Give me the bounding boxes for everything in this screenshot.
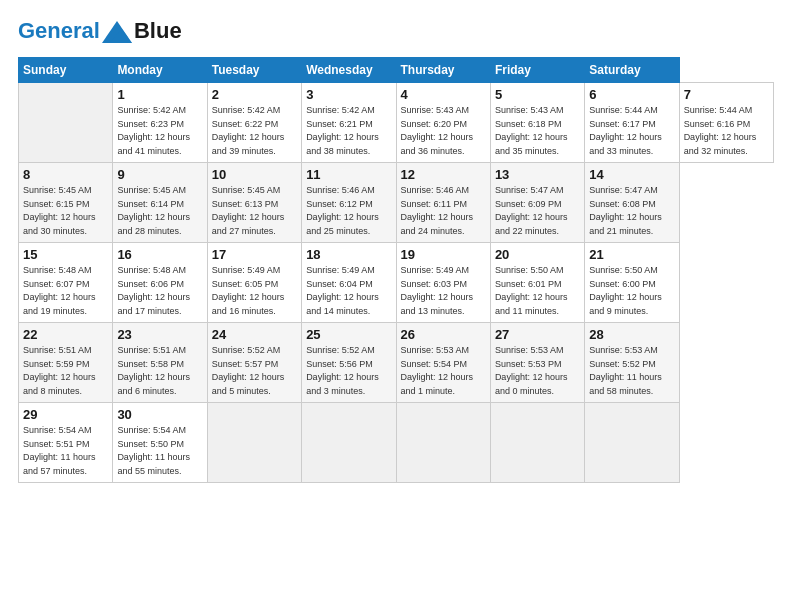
- day-number: 17: [212, 247, 297, 262]
- calendar-cell: 19 Sunrise: 5:49 AMSunset: 6:03 PMDaylig…: [396, 243, 490, 323]
- day-number: 24: [212, 327, 297, 342]
- day-number: 4: [401, 87, 486, 102]
- calendar-cell: 17 Sunrise: 5:49 AMSunset: 6:05 PMDaylig…: [207, 243, 301, 323]
- day-number: 9: [117, 167, 202, 182]
- day-number: 10: [212, 167, 297, 182]
- day-info: Sunrise: 5:45 AMSunset: 6:13 PMDaylight:…: [212, 184, 297, 238]
- calendar-week-5: 29 Sunrise: 5:54 AMSunset: 5:51 PMDaylig…: [19, 403, 774, 483]
- calendar-cell: 8 Sunrise: 5:45 AMSunset: 6:15 PMDayligh…: [19, 163, 113, 243]
- calendar-cell: 22 Sunrise: 5:51 AMSunset: 5:59 PMDaylig…: [19, 323, 113, 403]
- day-info: Sunrise: 5:43 AMSunset: 6:18 PMDaylight:…: [495, 104, 580, 158]
- day-info: Sunrise: 5:48 AMSunset: 6:07 PMDaylight:…: [23, 264, 108, 318]
- day-info: Sunrise: 5:46 AMSunset: 6:11 PMDaylight:…: [401, 184, 486, 238]
- calendar-week-3: 15 Sunrise: 5:48 AMSunset: 6:07 PMDaylig…: [19, 243, 774, 323]
- day-number: 26: [401, 327, 486, 342]
- day-number: 19: [401, 247, 486, 262]
- header-tuesday: Tuesday: [207, 58, 301, 83]
- day-info: Sunrise: 5:52 AMSunset: 5:56 PMDaylight:…: [306, 344, 391, 398]
- day-info: Sunrise: 5:53 AMSunset: 5:53 PMDaylight:…: [495, 344, 580, 398]
- calendar-cell: [396, 403, 490, 483]
- calendar-cell: 18 Sunrise: 5:49 AMSunset: 6:04 PMDaylig…: [302, 243, 396, 323]
- day-number: 21: [589, 247, 674, 262]
- header-sunday: Sunday: [19, 58, 113, 83]
- day-info: Sunrise: 5:51 AMSunset: 5:59 PMDaylight:…: [23, 344, 108, 398]
- day-number: 7: [684, 87, 769, 102]
- day-number: 6: [589, 87, 674, 102]
- logo-general: General: [18, 18, 100, 43]
- calendar-cell: 21 Sunrise: 5:50 AMSunset: 6:00 PMDaylig…: [585, 243, 679, 323]
- header-saturday: Saturday: [585, 58, 679, 83]
- calendar-cell: 15 Sunrise: 5:48 AMSunset: 6:07 PMDaylig…: [19, 243, 113, 323]
- day-info: Sunrise: 5:48 AMSunset: 6:06 PMDaylight:…: [117, 264, 202, 318]
- day-number: 1: [117, 87, 202, 102]
- calendar-cell: 9 Sunrise: 5:45 AMSunset: 6:14 PMDayligh…: [113, 163, 207, 243]
- calendar-cell: 27 Sunrise: 5:53 AMSunset: 5:53 PMDaylig…: [490, 323, 584, 403]
- day-number: 23: [117, 327, 202, 342]
- day-number: 18: [306, 247, 391, 262]
- calendar-week-1: 1 Sunrise: 5:42 AMSunset: 6:23 PMDayligh…: [19, 83, 774, 163]
- calendar-cell: [302, 403, 396, 483]
- calendar-cell: [19, 83, 113, 163]
- calendar-cell: 2 Sunrise: 5:42 AMSunset: 6:22 PMDayligh…: [207, 83, 301, 163]
- calendar-cell: 16 Sunrise: 5:48 AMSunset: 6:06 PMDaylig…: [113, 243, 207, 323]
- day-number: 29: [23, 407, 108, 422]
- calendar-cell: 23 Sunrise: 5:51 AMSunset: 5:58 PMDaylig…: [113, 323, 207, 403]
- day-number: 16: [117, 247, 202, 262]
- calendar-cell: 1 Sunrise: 5:42 AMSunset: 6:23 PMDayligh…: [113, 83, 207, 163]
- day-number: 25: [306, 327, 391, 342]
- calendar-cell: 13 Sunrise: 5:47 AMSunset: 6:09 PMDaylig…: [490, 163, 584, 243]
- calendar-cell: [207, 403, 301, 483]
- calendar-cell: 7 Sunrise: 5:44 AMSunset: 6:16 PMDayligh…: [679, 83, 773, 163]
- calendar-header-row: SundayMondayTuesdayWednesdayThursdayFrid…: [19, 58, 774, 83]
- day-info: Sunrise: 5:54 AMSunset: 5:51 PMDaylight:…: [23, 424, 108, 478]
- day-number: 14: [589, 167, 674, 182]
- calendar-cell: 25 Sunrise: 5:52 AMSunset: 5:56 PMDaylig…: [302, 323, 396, 403]
- calendar-cell: 24 Sunrise: 5:52 AMSunset: 5:57 PMDaylig…: [207, 323, 301, 403]
- day-number: 13: [495, 167, 580, 182]
- calendar-cell: 4 Sunrise: 5:43 AMSunset: 6:20 PMDayligh…: [396, 83, 490, 163]
- day-info: Sunrise: 5:47 AMSunset: 6:08 PMDaylight:…: [589, 184, 674, 238]
- day-info: Sunrise: 5:42 AMSunset: 6:21 PMDaylight:…: [306, 104, 391, 158]
- logo-blue: Blue: [134, 18, 182, 43]
- calendar-cell: 14 Sunrise: 5:47 AMSunset: 6:08 PMDaylig…: [585, 163, 679, 243]
- calendar-cell: 26 Sunrise: 5:53 AMSunset: 5:54 PMDaylig…: [396, 323, 490, 403]
- day-info: Sunrise: 5:49 AMSunset: 6:03 PMDaylight:…: [401, 264, 486, 318]
- day-number: 28: [589, 327, 674, 342]
- day-info: Sunrise: 5:51 AMSunset: 5:58 PMDaylight:…: [117, 344, 202, 398]
- header-monday: Monday: [113, 58, 207, 83]
- day-number: 2: [212, 87, 297, 102]
- calendar-week-2: 8 Sunrise: 5:45 AMSunset: 6:15 PMDayligh…: [19, 163, 774, 243]
- calendar-cell: 30 Sunrise: 5:54 AMSunset: 5:50 PMDaylig…: [113, 403, 207, 483]
- calendar-cell: [585, 403, 679, 483]
- day-info: Sunrise: 5:42 AMSunset: 6:22 PMDaylight:…: [212, 104, 297, 158]
- day-info: Sunrise: 5:44 AMSunset: 6:16 PMDaylight:…: [684, 104, 769, 158]
- day-info: Sunrise: 5:45 AMSunset: 6:14 PMDaylight:…: [117, 184, 202, 238]
- day-number: 8: [23, 167, 108, 182]
- day-number: 3: [306, 87, 391, 102]
- day-info: Sunrise: 5:53 AMSunset: 5:54 PMDaylight:…: [401, 344, 486, 398]
- calendar-cell: 20 Sunrise: 5:50 AMSunset: 6:01 PMDaylig…: [490, 243, 584, 323]
- calendar-cell: 12 Sunrise: 5:46 AMSunset: 6:11 PMDaylig…: [396, 163, 490, 243]
- day-info: Sunrise: 5:44 AMSunset: 6:17 PMDaylight:…: [589, 104, 674, 158]
- calendar-week-4: 22 Sunrise: 5:51 AMSunset: 5:59 PMDaylig…: [19, 323, 774, 403]
- calendar-cell: 28 Sunrise: 5:53 AMSunset: 5:52 PMDaylig…: [585, 323, 679, 403]
- header-friday: Friday: [490, 58, 584, 83]
- day-number: 11: [306, 167, 391, 182]
- day-info: Sunrise: 5:50 AMSunset: 6:01 PMDaylight:…: [495, 264, 580, 318]
- day-number: 15: [23, 247, 108, 262]
- day-info: Sunrise: 5:45 AMSunset: 6:15 PMDaylight:…: [23, 184, 108, 238]
- day-number: 12: [401, 167, 486, 182]
- page-header: General Blue: [18, 18, 774, 43]
- calendar-cell: 6 Sunrise: 5:44 AMSunset: 6:17 PMDayligh…: [585, 83, 679, 163]
- day-info: Sunrise: 5:50 AMSunset: 6:00 PMDaylight:…: [589, 264, 674, 318]
- calendar-cell: 5 Sunrise: 5:43 AMSunset: 6:18 PMDayligh…: [490, 83, 584, 163]
- day-info: Sunrise: 5:43 AMSunset: 6:20 PMDaylight:…: [401, 104, 486, 158]
- day-info: Sunrise: 5:42 AMSunset: 6:23 PMDaylight:…: [117, 104, 202, 158]
- header-wednesday: Wednesday: [302, 58, 396, 83]
- calendar-table: SundayMondayTuesdayWednesdayThursdayFrid…: [18, 57, 774, 483]
- day-info: Sunrise: 5:46 AMSunset: 6:12 PMDaylight:…: [306, 184, 391, 238]
- day-number: 20: [495, 247, 580, 262]
- calendar-cell: 3 Sunrise: 5:42 AMSunset: 6:21 PMDayligh…: [302, 83, 396, 163]
- calendar-cell: 29 Sunrise: 5:54 AMSunset: 5:51 PMDaylig…: [19, 403, 113, 483]
- day-number: 27: [495, 327, 580, 342]
